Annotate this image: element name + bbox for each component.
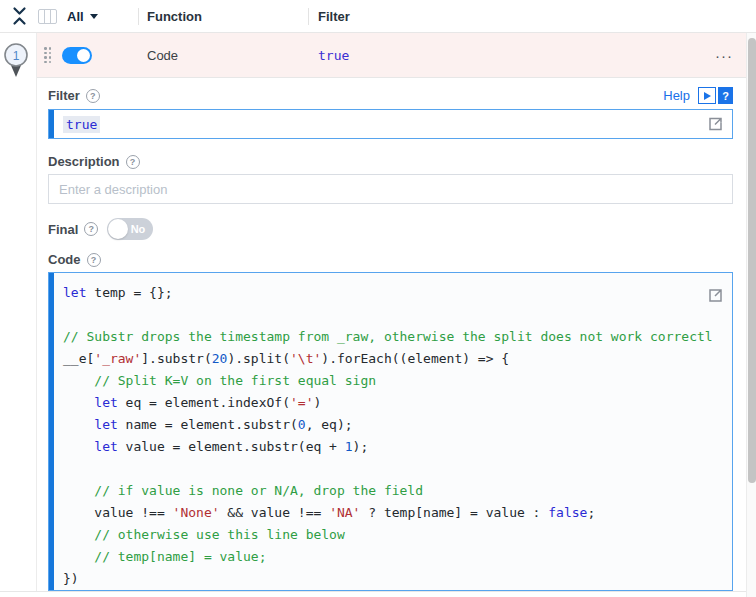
vertical-scrollbar[interactable] xyxy=(746,33,756,597)
bottom-divider xyxy=(0,591,746,592)
pipeline-toolbar: All Function Filter xyxy=(0,0,756,33)
code-line: // if value is none or N/A, drop the fie… xyxy=(63,480,706,502)
final-field-label: Final ? xyxy=(48,222,98,237)
group-filter-dropdown[interactable]: All xyxy=(67,9,98,24)
code-label-text: Code xyxy=(48,252,81,267)
final-toggle-state: No xyxy=(131,218,146,240)
code-line: let name = element.substr(0, eq); xyxy=(63,414,706,436)
filter-expression-input[interactable]: true xyxy=(48,109,733,139)
code-line: // temp[name] = value; xyxy=(63,546,706,568)
function-enabled-toggle[interactable] xyxy=(62,47,92,64)
function-filter-value: true xyxy=(318,33,349,78)
filter-expression-value: true xyxy=(63,116,100,133)
function-index-pin: 1 xyxy=(3,42,29,80)
scrollbar-thumb[interactable] xyxy=(748,38,756,483)
function-name: Code xyxy=(147,33,178,78)
code-line: // Substr drops the timestamp from _raw,… xyxy=(63,326,706,348)
function-detail-panel: Filter ? Help ? true xyxy=(37,79,746,591)
code-line: __e['_raw'].substr(20).split('\t').forEa… xyxy=(63,348,706,370)
final-label-text: Final xyxy=(48,222,78,237)
column-separator xyxy=(308,8,309,25)
code-line: // Split K=V on the first equal sign xyxy=(63,370,706,392)
filter-field-label: Filter ? xyxy=(48,88,100,103)
description-field-label: Description ? xyxy=(48,154,140,169)
code-line: let eq = element.indexOf('=') xyxy=(63,392,706,414)
code-line: }) xyxy=(63,568,706,590)
help-link[interactable]: Help xyxy=(663,88,690,103)
filter-column-header: Filter xyxy=(318,0,350,32)
code-help-icon[interactable]: ? xyxy=(87,253,101,267)
code-line: // otherwise use this line below xyxy=(63,524,706,546)
expand-editor-icon[interactable] xyxy=(707,116,724,133)
code-field-label: Code ? xyxy=(48,252,101,267)
function-row[interactable]: Code true ··· xyxy=(37,33,746,78)
code-editor[interactable]: let temp = {}; // Substr drops the times… xyxy=(48,272,733,591)
code-line: let value = element.substr(eq + 1); xyxy=(63,436,706,458)
final-toggle[interactable]: No xyxy=(107,218,153,240)
group-filter-label: All xyxy=(67,9,84,24)
function-column-header: Function xyxy=(147,0,202,32)
drag-handle-icon[interactable] xyxy=(44,47,53,64)
caret-down-icon xyxy=(90,14,98,19)
code-line: value !== 'None' && value !== 'NA' ? tem… xyxy=(63,502,706,524)
description-input[interactable] xyxy=(48,174,733,204)
more-options-button[interactable]: ··· xyxy=(715,33,733,78)
pipeline-function-editor: All Function Filter Code true ··· 1 Filt… xyxy=(0,0,756,597)
video-help-icon[interactable] xyxy=(698,87,716,104)
collapse-all-icon[interactable] xyxy=(12,6,28,26)
filter-label-text: Filter xyxy=(48,88,80,103)
function-index-number: 1 xyxy=(13,49,20,63)
code-line: let temp = {}; xyxy=(63,282,706,304)
description-help-icon[interactable]: ? xyxy=(126,155,140,169)
docs-help-icon[interactable]: ? xyxy=(718,87,733,104)
code-line xyxy=(63,304,706,326)
description-label-text: Description xyxy=(48,154,120,169)
code-content[interactable]: let temp = {}; // Substr drops the times… xyxy=(54,273,732,590)
code-line xyxy=(63,458,706,480)
columns-icon[interactable] xyxy=(38,9,57,24)
filter-help-icon[interactable]: ? xyxy=(86,89,100,103)
column-separator xyxy=(138,8,139,25)
final-help-icon[interactable]: ? xyxy=(84,222,98,236)
filter-accent-bar xyxy=(49,110,54,138)
expand-code-editor-icon[interactable] xyxy=(707,287,724,304)
